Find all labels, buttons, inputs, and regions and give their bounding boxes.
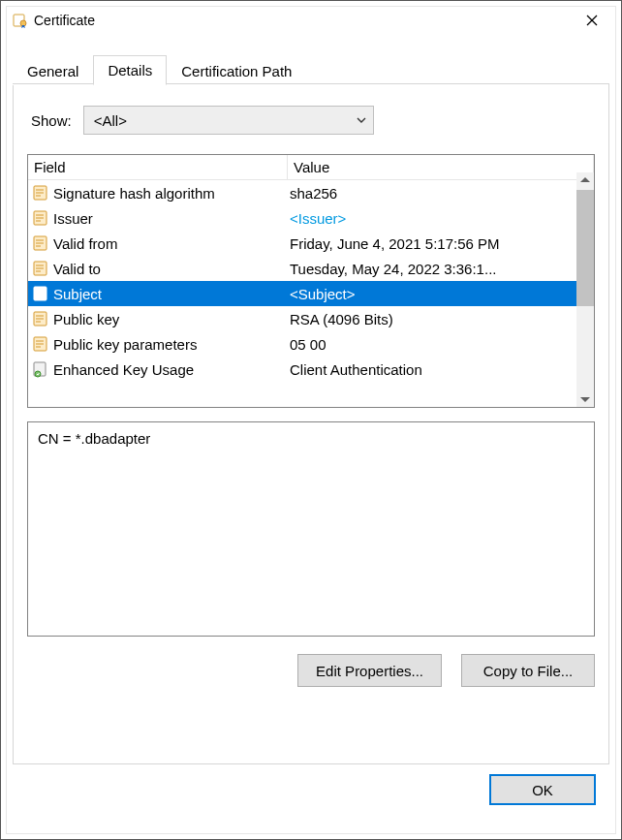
- field-value: <Subject>: [288, 286, 594, 302]
- field-value: 05 00: [288, 336, 594, 353]
- edit-properties-button[interactable]: Edit Properties...: [297, 654, 442, 687]
- field-value: RSA (4096 Bits): [288, 311, 594, 327]
- field-icon: [32, 260, 49, 277]
- certificate-icon: [13, 13, 28, 28]
- scroll-down-icon[interactable]: [580, 397, 590, 402]
- column-header-value[interactable]: Value: [288, 155, 594, 180]
- detail-value-text: CN = *.dbadapter: [38, 430, 150, 447]
- column-header-field[interactable]: Field: [28, 155, 288, 180]
- field-name: Enhanced Key Usage: [53, 361, 194, 378]
- table-row[interactable]: Enhanced Key UsageClient Authentication: [28, 357, 594, 382]
- table-row[interactable]: Public keyRSA (4096 Bits): [28, 306, 594, 331]
- field-value: <Issuer>: [288, 210, 594, 227]
- field-value: Client Authentication: [288, 361, 594, 378]
- field-icon: [32, 234, 49, 252]
- detail-value-box[interactable]: CN = *.dbadapter: [27, 421, 595, 637]
- tab-general[interactable]: General: [13, 56, 93, 85]
- field-icon: [32, 184, 49, 202]
- show-filter-value: <All>: [94, 112, 350, 129]
- scrollbar-thumb[interactable]: [576, 190, 594, 306]
- table-row[interactable]: Subject<Subject>: [28, 281, 594, 306]
- field-name: Valid to: [53, 261, 101, 277]
- table-row[interactable]: Valid fromFriday, June 4, 2021 5:17:56 P…: [28, 231, 594, 256]
- table-row[interactable]: Signature hash algorithmsha256: [28, 180, 594, 205]
- close-button[interactable]: [571, 6, 613, 35]
- window-title: Certificate: [34, 13, 95, 28]
- field-name: Issuer: [53, 210, 93, 227]
- field-icon: [32, 310, 49, 327]
- tab-strip: General Details Certification Path: [13, 53, 609, 84]
- titlebar: Certificate: [1, 1, 621, 40]
- chevron-down-icon: [350, 117, 373, 123]
- table-row[interactable]: Valid toTuesday, May 24, 2022 3:36:1...: [28, 256, 594, 281]
- field-icon: [32, 209, 49, 227]
- field-icon: [32, 285, 49, 302]
- scroll-up-icon[interactable]: [580, 177, 590, 182]
- field-list[interactable]: Field Value Signature hash algorithmsha2…: [27, 154, 595, 408]
- field-icon: [32, 335, 49, 353]
- field-name: Public key: [53, 311, 119, 327]
- field-value: sha256: [288, 185, 594, 202]
- tab-details[interactable]: Details: [93, 55, 167, 85]
- table-row[interactable]: Issuer<Issuer>: [28, 205, 594, 231]
- copy-to-file-button[interactable]: Copy to File...: [461, 654, 595, 687]
- field-value: Friday, June 4, 2021 5:17:56 PM: [288, 235, 594, 252]
- tab-certification-path[interactable]: Certification Path: [167, 56, 306, 85]
- ok-button[interactable]: OK: [489, 774, 596, 805]
- field-name: Subject: [53, 286, 102, 302]
- field-name: Public key parameters: [53, 336, 197, 353]
- field-name: Signature hash algorithm: [53, 185, 215, 202]
- details-panel: Show: <All> Field Value Signature hash a…: [13, 84, 609, 764]
- svg-point-33: [35, 371, 41, 377]
- show-label: Show:: [31, 112, 72, 129]
- field-name: Valid from: [53, 235, 117, 252]
- table-row[interactable]: Public key parameters05 00: [28, 331, 594, 357]
- show-filter-dropdown[interactable]: <All>: [83, 106, 374, 135]
- extension-icon: [32, 360, 49, 378]
- field-value: Tuesday, May 24, 2022 3:36:1...: [288, 261, 594, 277]
